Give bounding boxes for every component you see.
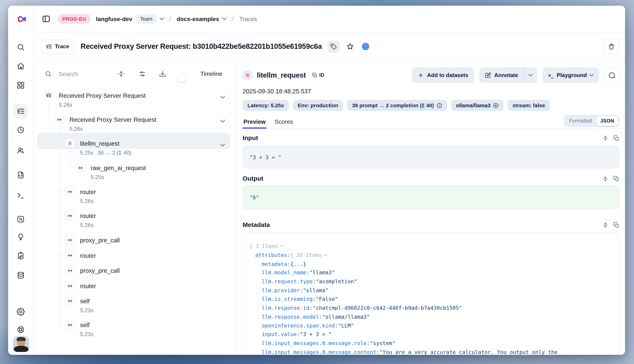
token-usage-badge[interactable]: 38 prompt → 2 completion (Σ 40) — [347, 100, 447, 111]
user-avatar[interactable] — [13, 336, 29, 352]
metadata-json-line[interactable]: llm.model_name: "llama3" — [250, 268, 612, 277]
input-content: "3 + 3 = " — [243, 146, 619, 168]
info-icon — [436, 102, 442, 108]
sidebar-item-dashboards[interactable] — [13, 78, 28, 92]
sidebar-item-home[interactable] — [13, 59, 28, 73]
metadata-json-line[interactable]: llm.input_messages.0.message.role: "syst… — [250, 339, 612, 348]
tree-connector — [70, 149, 70, 168]
metadata-json-line[interactable]: llm.response.id: "chatcmpl-d96622c0-c642… — [250, 304, 612, 312]
sidebar-item-search[interactable] — [13, 40, 28, 54]
tree-row-duration: 5.26s — [69, 124, 83, 133]
chevron-down-icon[interactable] — [221, 140, 225, 148]
span-icon: ↔ — [65, 320, 75, 330]
collapse-icon[interactable] — [602, 135, 608, 141]
metadata-json-line[interactable]: attributes: {20 Items — [250, 251, 612, 260]
detail-tabs: Preview Scores Formatted JSON — [236, 115, 625, 129]
tree-row-label: raw_gen_ai_request — [91, 163, 146, 172]
annotate-button-group: Annotate — [479, 68, 537, 83]
tree-connector — [59, 215, 65, 216]
tab-scores[interactable]: Scores — [274, 114, 294, 128]
collapse-icon[interactable] — [602, 176, 608, 182]
org-type-badge: Team — [136, 14, 157, 24]
project-name[interactable]: docs-examples — [177, 16, 219, 22]
view-json-option[interactable]: JSON — [596, 116, 618, 126]
metadata-json-line[interactable]: llm.is_streaming: "False" — [250, 295, 612, 304]
sidebar-item-playground[interactable] — [13, 188, 28, 203]
span-icon: ↔ — [65, 266, 75, 275]
metadata-json-line[interactable]: input.value: "3 + 3 = " — [250, 330, 612, 339]
public-globe-icon[interactable] — [360, 41, 371, 52]
generation-icon — [65, 138, 75, 148]
download-icon[interactable] — [159, 70, 166, 78]
playground-button[interactable]: >_ Playground — [542, 68, 599, 83]
comments-button[interactable] — [604, 68, 619, 83]
sidebar-item-annotation-queues[interactable] — [13, 248, 28, 263]
chevron-down-icon[interactable] — [221, 92, 225, 100]
sidebar-item-sessions[interactable] — [13, 122, 28, 137]
chevron-down-icon[interactable] — [221, 116, 225, 124]
metadata-json-line[interactable]: llm.response.model: "ollama/llama3" — [250, 312, 612, 321]
model-badge[interactable]: ollama/llama3 — [451, 100, 503, 111]
collapse-all-icon[interactable] — [117, 70, 125, 78]
metadata-json-line[interactable]: llm.input_messages.0.message.content: "Y… — [250, 348, 612, 354]
app-window: PROD-EU langfuse-dev Team / docs-example… — [8, 6, 625, 354]
tree-row-label: self — [80, 296, 90, 306]
tree-row-label: router — [80, 210, 96, 220]
metadata-json-viewer: {3 Items attributes: {20 Items metadata:… — [243, 232, 619, 354]
annotate-dropdown-button[interactable] — [524, 68, 537, 83]
sidebar-item-datasets[interactable] — [13, 268, 28, 282]
copy-icon[interactable] — [613, 135, 619, 141]
delete-trace-button[interactable] — [603, 38, 619, 55]
id-label: ID — [319, 72, 324, 78]
metadata-json-line[interactable]: {3 Items — [250, 242, 612, 250]
tree-connector — [49, 101, 49, 119]
sidebar-item-evals[interactable] — [13, 230, 28, 244]
search-input[interactable]: Search — [59, 70, 78, 77]
tag-button[interactable] — [328, 40, 340, 52]
project-chevron-down-icon[interactable] — [222, 16, 227, 20]
sidebar-item-users[interactable] — [13, 143, 28, 158]
view-settings-icon[interactable] — [139, 70, 146, 78]
span-icon: ↔ — [65, 187, 75, 196]
tab-preview[interactable]: Preview — [243, 114, 267, 128]
tree-row-duration: 5.25s — [91, 172, 104, 182]
plus-circle-icon — [493, 102, 499, 108]
metadata-section-header: Metadata — [243, 220, 619, 230]
observation-detail-panel: litellm_request ID Add to datasets Annot… — [236, 61, 625, 354]
copy-icon[interactable] — [613, 222, 619, 228]
span-icon: ↔ — [65, 235, 75, 245]
tree-row-label: router — [80, 250, 96, 260]
sidebar — [8, 6, 34, 354]
terminal-icon: >_ — [548, 72, 553, 78]
copy-icon[interactable] — [613, 176, 619, 182]
output-section-header: Output — [243, 174, 619, 183]
trace-title: Received Proxy Server Request: b3010b422… — [81, 42, 322, 51]
sidebar-item-settings[interactable] — [13, 304, 28, 319]
tree-connector — [59, 285, 65, 286]
metadata-json-line[interactable]: metadata: {...} — [250, 260, 612, 268]
metadata-json-line[interactable]: llm.request.type: "acompletion" — [250, 277, 612, 286]
tree-row-label: proxy_pre_call — [80, 235, 120, 245]
org-chevron-down-icon[interactable] — [159, 16, 164, 20]
sidebar-item-support[interactable] — [13, 322, 28, 337]
metadata-json-line[interactable]: llm.provider: "ollama" — [250, 286, 612, 295]
sidebar-item-tracing[interactable] — [13, 104, 28, 118]
org-name[interactable]: langfuse-dev — [96, 16, 132, 22]
bookmark-star-button[interactable] — [345, 41, 355, 52]
copy-id-button[interactable]: ID — [312, 72, 324, 78]
observation-badges: Latency: 5.25s Env: production 38 prompt… — [243, 100, 619, 111]
span-icon: ↔ — [65, 210, 75, 220]
collapse-icon[interactable] — [602, 222, 608, 228]
breadcrumb-traces[interactable]: Traces — [239, 16, 257, 22]
add-to-datasets-button[interactable]: Add to datasets — [412, 68, 475, 83]
sidebar-item-prompts[interactable] — [13, 168, 28, 182]
sidebar-toggle-icon[interactable] — [41, 14, 51, 24]
annotate-button[interactable]: Annotate — [479, 68, 524, 83]
sidebar-item-scores[interactable] — [13, 212, 28, 226]
tree-connector — [59, 191, 65, 192]
tree-connector — [59, 125, 60, 325]
tree-row-duration: 5.23s — [80, 306, 93, 315]
view-formatted-option[interactable]: Formatted — [565, 116, 596, 126]
metadata-json-line[interactable]: openinference.span.kind: "LLM" — [250, 321, 612, 330]
environment-badge[interactable]: PROD-EU — [58, 14, 91, 24]
